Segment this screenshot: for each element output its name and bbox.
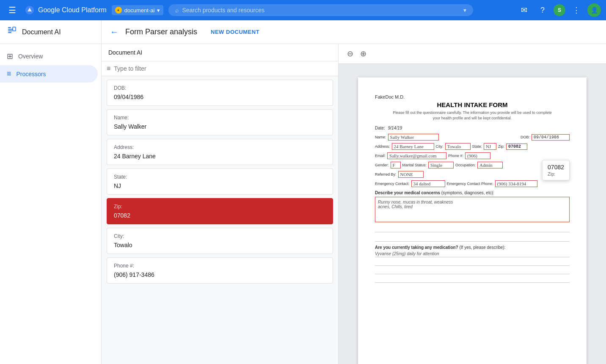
page-title: Form Parser analysis [125,28,197,36]
nav-actions: ✉ ? S ⋮ 👤 [516,3,601,18]
top-navigation: ☰ Google Cloud Platform ✦ document-ai ▾ … [0,0,606,20]
medical-concerns-header: Describe your medical concerns (symptoms… [375,190,570,195]
new-document-button[interactable]: NEW DOCUMENT [211,29,259,35]
doctor-name: FakeDoc M.D. [375,94,570,99]
phone-label: Phone #: [114,263,326,269]
document-page: FakeDoc M.D. HEALTH INTAKE FORM Please f… [358,77,587,364]
medication-value: Vyvanse (25mg) daily for attention [375,251,570,257]
svg-rect-4 [13,27,16,31]
state-label: State: [114,174,326,180]
field-card-state[interactable]: State: NJ [107,168,333,195]
svg-rect-2 [8,30,12,31]
filter-input[interactable] [114,65,333,72]
phone-field-label: Phone #: [448,154,463,158]
blank-line-2 [375,235,570,242]
sidebar: Document AI ⊞ Overview ≡ Processors [0,20,102,364]
sidebar-item-overview-label: Overview [18,53,43,60]
svg-rect-0 [8,27,11,28]
back-button[interactable]: ← [110,27,118,37]
help-icon[interactable]: ? [535,3,550,18]
city-label: City: [114,233,326,239]
blank-line-1 [375,226,570,232]
document-ai-logo-icon [7,26,17,38]
panel-header: Document AI [102,44,338,61]
search-input[interactable] [182,7,460,14]
zoom-out-button[interactable]: ⊖ [345,47,355,60]
content-header: ← Form Parser analysis NEW DOCUMENT [102,20,606,44]
emergency-row: Emergency Contact: 34 dalted Emergency C… [375,180,570,187]
dob-value: 09/04/1986 [114,94,326,100]
sidebar-item-processors-label: Processors [17,71,46,77]
dob-field-label: DOB: [521,135,530,139]
emergency-phone-field-box: (906) 334-8194 [495,180,537,187]
filter-icon: ≡ [107,65,110,72]
sidebar-item-processors[interactable]: ≡ Processors [0,65,98,83]
user-badge[interactable]: S [554,4,565,16]
date-label: Date: [375,126,385,130]
sidebar-title: Document AI [22,28,61,36]
medical-concerns-value: Runny nose, mucas in throat, weaknessacn… [378,200,567,209]
field-card-name[interactable]: Name: Sally Walker [107,109,333,135]
search-icon: ⌕ [175,7,179,14]
blank-line-4 [375,267,570,274]
emergency-contact-field-label: Emergency Contact: [375,182,410,186]
email-field-label: Email: [375,154,386,158]
processors-icon: ≡ [7,69,11,78]
project-selector[interactable]: ✦ document-ai ▾ [112,5,164,15]
menu-icon[interactable]: ☰ [5,2,19,19]
email-phone-row: Email: Sally.walker@gmail.com Phone #: (… [375,152,570,159]
gender-row: Gender: F Marital Status: Single Occupat… [375,162,570,168]
marital-field-box: Single [428,162,454,168]
zip-tooltip: 07082 Zip: [542,160,570,180]
name-label: Name: [114,115,326,121]
form-fields-panel: Document AI ≡ DOB: 09/04/1986 Name: Sall… [102,44,339,364]
zip-field-label: Zip: [498,144,504,149]
name-field-box: Sally Walker [388,134,439,141]
address-row: Address: 24 Barney Lane City: Towalo Sta… [375,143,570,150]
sidebar-item-overview[interactable]: ⊞ Overview [0,47,98,65]
gcp-logo-icon [25,5,35,15]
notifications-icon[interactable]: ✉ [516,3,532,18]
date-value: 9/14/19 [388,126,402,130]
avatar[interactable]: 👤 [587,3,601,17]
address-value: 24 Barney Lane [114,153,326,160]
tooltip-zip-value: 07082 [548,164,564,171]
medical-concerns-box: Runny nose, mucas in throat, weaknessacn… [375,197,570,222]
occupation-field-label: Occupation: [455,163,476,167]
referred-field-label: Referred By: [375,172,397,176]
zoom-in-button[interactable]: ⊕ [358,47,368,60]
field-card-dob[interactable]: DOB: 09/04/1986 [107,80,333,106]
blank-line-3 [375,259,570,266]
global-search-bar[interactable]: ⌕ ▾ [168,4,473,16]
zip-value: 07082 [114,212,326,219]
project-dot-icon: ✦ [115,7,122,14]
medical-concerns-section: Describe your medical concerns (symptoms… [375,190,570,222]
field-card-phone[interactable]: Phone #: (906) 917-3486 [107,257,333,284]
date-line: Date: 9/14/19 [375,126,570,130]
field-card-zip[interactable]: Zip: 07082 [107,198,333,224]
name-field-label: Name: [375,135,386,139]
address-label: Address: [114,144,326,150]
field-card-address[interactable]: Address: 24 Barney Lane [107,139,333,165]
city-field-label: City: [436,144,443,149]
form-title: HEALTH INTAKE FORM [375,101,570,108]
city-value: Towalo [114,242,326,248]
state-value: NJ [114,182,326,189]
svg-rect-1 [8,29,13,30]
emergency-contact-field-box: 34 dalted [411,180,445,187]
brand-name: Google Cloud Platform [38,6,107,14]
name-dob-row: Name: Sally Walker DOB: 09/04/1986 [375,134,570,141]
overview-icon: ⊞ [7,52,13,61]
occupation-field-box: Admin [477,162,503,168]
gender-field-label: Gender: [375,163,389,167]
sidebar-navigation: ⊞ Overview ≡ Processors [0,44,101,86]
marital-field-label: Marital Status: [402,163,427,167]
phone-field-box: (906) [465,152,490,159]
gender-field-box: F [391,162,401,168]
blank-line-5 [375,276,570,283]
doc-toolbar: ⊖ ⊕ [339,44,606,64]
main-layout: Document AI ⊞ Overview ≡ Processors ← Fo… [0,20,606,364]
field-card-city[interactable]: City: Towalo [107,228,333,254]
more-options-icon[interactable]: ⋮ [569,3,584,18]
dob-field-box: 09/04/1986 [532,134,570,141]
